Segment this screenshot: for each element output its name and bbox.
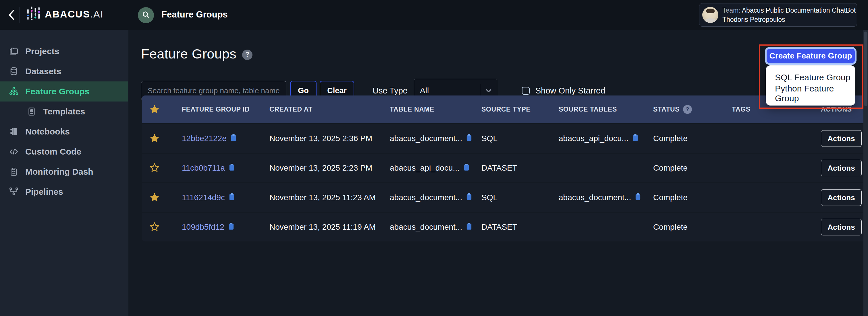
row-actions-button[interactable]: Actions	[821, 189, 862, 206]
copy-icon[interactable]	[463, 163, 470, 173]
chevron-down-icon	[480, 87, 497, 94]
abacus-app: ABACUS.AI Feature Groups Team: Abacus Pu…	[0, 0, 868, 316]
col-feature-group-id[interactable]: FEATURE GROUP ID	[175, 106, 262, 113]
table-name-cell: abacus_document...	[383, 134, 474, 144]
abacus-logo[interactable]: ABACUS.AI	[26, 5, 104, 23]
source-tables-cell: abacus_document...	[552, 193, 646, 203]
feature-group-id-cell: 109db5fd12	[175, 222, 262, 232]
table-name-cell: abacus_document...	[383, 193, 474, 203]
user-name-label: Thodoris Petropoulos	[722, 15, 856, 24]
table-row: 109db5fd12 November 13, 2025 11:19 AM ab…	[142, 213, 864, 241]
sidebar-item-label: Monitoring Dash	[25, 167, 93, 177]
source-type-cell: DATASET	[474, 222, 552, 232]
source-tables-cell: abacus_api_docu...	[552, 134, 646, 144]
use-type-label: Use Type	[373, 86, 408, 96]
sidebar-item-label: Pipelines	[25, 187, 63, 197]
copy-icon[interactable]	[466, 193, 472, 203]
search-icon	[142, 10, 150, 20]
menu-item-sql-feature-group[interactable]: SQL Feature Group	[766, 69, 855, 85]
sidebar-item-notebooks[interactable]: Notebooks	[0, 121, 128, 142]
sidebar-item-projects[interactable]: Projects	[0, 41, 128, 61]
col-created-at[interactable]: CREATED AT	[262, 106, 383, 113]
copy-icon[interactable]	[634, 193, 641, 203]
global-search-button[interactable]	[138, 7, 154, 23]
created-at-cell: November 13, 2025 2:23 PM	[262, 164, 383, 173]
user-avatar	[702, 7, 718, 23]
table-name-cell: abacus_document...	[383, 222, 474, 232]
datasets-database-icon	[9, 66, 19, 77]
status-help-icon[interactable]: ?	[683, 105, 692, 114]
copy-icon[interactable]	[466, 222, 472, 232]
sidebar-item-templates[interactable]: Templates	[0, 102, 128, 121]
sidebar-item-feature-groups[interactable]: Feature Groups	[0, 81, 128, 102]
feature-group-id-cell: 11cb0b711a	[175, 163, 262, 173]
row-star-toggle[interactable]	[142, 133, 175, 144]
col-source-tables[interactable]: SOURCE TABLES	[552, 106, 646, 113]
table-row: 11cb0b711a November 13, 2025 2:23 PM aba…	[142, 154, 864, 182]
topbar: ABACUS.AI Feature Groups Team: Abacus Pu…	[0, 0, 868, 30]
col-table-name[interactable]: TABLE NAME	[383, 106, 474, 113]
page-title: Feature Groups	[141, 46, 237, 62]
monitoring-dash-icon	[9, 167, 19, 177]
sidebar-item-label: Datasets	[25, 67, 61, 76]
scrollbar-thumb[interactable]	[864, 32, 867, 106]
sidebar-item-label: Templates	[43, 107, 85, 116]
star-column-header[interactable]	[142, 104, 175, 115]
col-status[interactable]: STATUS?	[646, 105, 725, 114]
copy-icon[interactable]	[466, 134, 472, 144]
projects-folder-icon	[9, 46, 19, 57]
status-cell: Complete	[646, 193, 725, 202]
pipelines-icon	[9, 187, 19, 197]
col-tags[interactable]: TAGS	[725, 106, 814, 113]
sidebar-item-monitoring-dash[interactable]: Monitoring Dash	[0, 162, 128, 182]
row-star-toggle[interactable]	[142, 162, 175, 174]
menu-item-python-feature-group[interactable]: Python Feature Group	[766, 85, 855, 102]
main-content: Feature Groups ? Go Clear Use Type All S…	[129, 30, 863, 316]
row-star-toggle[interactable]	[142, 192, 175, 203]
custom-code-icon	[9, 146, 19, 157]
copy-icon[interactable]	[632, 134, 639, 144]
table-name-cell: abacus_api_docu...	[383, 163, 474, 173]
col-source-type[interactable]: SOURCE TYPE	[474, 106, 552, 113]
use-type-selected-value: All	[414, 86, 480, 95]
copy-icon[interactable]	[228, 222, 235, 232]
sidebar-item-label: Custom Code	[25, 147, 81, 156]
sidebar-item-label: Projects	[25, 46, 59, 56]
show-only-starred-checkbox[interactable]	[522, 87, 530, 95]
show-only-starred-label: Show Only Starred	[535, 86, 605, 96]
vertical-scrollbar[interactable]	[863, 30, 868, 316]
sidebar-item-label: Feature Groups	[25, 86, 89, 96]
row-star-toggle[interactable]	[142, 221, 175, 233]
team-account-chip[interactable]: Team: Abacus Public Documentation ChatBo…	[699, 3, 857, 27]
source-type-cell: SQL	[474, 134, 552, 143]
row-actions-button[interactable]: Actions	[821, 130, 862, 147]
status-cell: Complete	[646, 164, 725, 173]
table-row: 12bbe2122e November 13, 2025 2:36 PM aba…	[142, 124, 864, 153]
created-at-cell: November 13, 2025 11:23 AM	[262, 193, 383, 202]
status-cell: Complete	[646, 222, 725, 232]
sidebar-item-pipelines[interactable]: Pipelines	[0, 182, 128, 202]
copy-icon[interactable]	[228, 163, 235, 173]
show-only-starred-toggle[interactable]: Show Only Starred	[522, 86, 605, 96]
created-at-cell: November 13, 2025 2:36 PM	[262, 134, 383, 143]
table-header-row: FEATURE GROUP ID CREATED AT TABLE NAME S…	[142, 96, 864, 123]
topbar-page-title: Feature Groups	[161, 9, 228, 20]
sidebar-nav: Projects Datasets Feature Groups Templat…	[0, 30, 128, 316]
sidebar-item-datasets[interactable]: Datasets	[0, 61, 128, 81]
feature-group-id-cell: 1116214d9c	[175, 193, 262, 203]
created-at-cell: November 13, 2025 11:19 AM	[262, 222, 383, 232]
templates-icon	[26, 106, 37, 117]
sidebar-item-label: Notebooks	[25, 127, 70, 137]
back-button[interactable]	[5, 9, 18, 21]
page-help-icon[interactable]: ?	[242, 49, 252, 60]
copy-icon[interactable]	[230, 134, 237, 144]
row-actions-button[interactable]: Actions	[821, 160, 862, 176]
copy-icon[interactable]	[228, 193, 235, 203]
row-actions-button[interactable]: Actions	[821, 219, 862, 236]
table-row: 1116214d9c November 13, 2025 11:23 AM ab…	[142, 183, 864, 212]
create-feature-group-button[interactable]: Create Feature Group	[767, 49, 855, 63]
team-label: Team: Abacus Public Documentation ChatBo…	[722, 6, 856, 15]
topbar-divider	[20, 7, 20, 23]
abacus-logo-text: ABACUS.AI	[45, 9, 104, 20]
sidebar-item-custom-code[interactable]: Custom Code	[0, 142, 128, 162]
